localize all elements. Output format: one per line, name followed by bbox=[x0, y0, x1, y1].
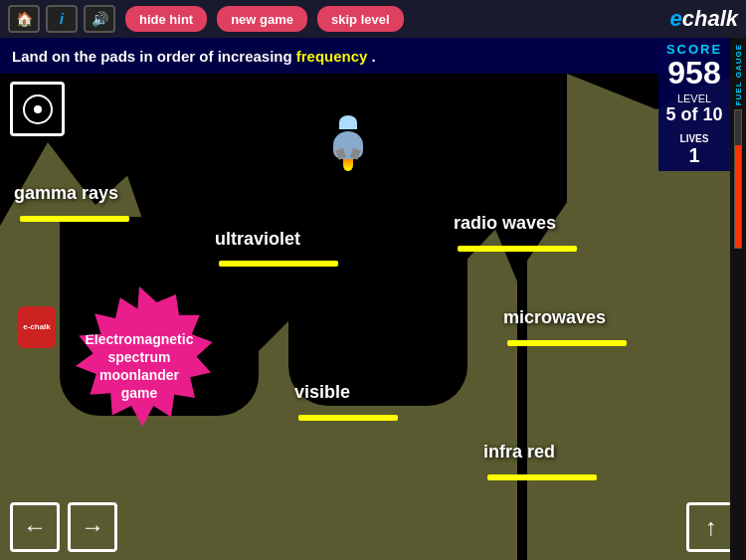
radar-icon bbox=[10, 82, 65, 136]
landing-pad-gamma-rays[interactable] bbox=[20, 216, 129, 222]
landing-pad-microwaves[interactable] bbox=[507, 340, 627, 346]
fuel-gauge-label: FUEL GAUGE bbox=[734, 44, 743, 105]
ship-flame bbox=[343, 159, 353, 171]
instruction-bar: Land on the pads in order of increasing … bbox=[0, 38, 666, 74]
new-game-button[interactable]: new game bbox=[217, 6, 307, 32]
score-value: 958 bbox=[658, 57, 730, 89]
fuel-bar bbox=[734, 109, 742, 249]
spaceship bbox=[328, 117, 368, 162]
up-arrow-icon: ↑ bbox=[705, 513, 717, 541]
ship-dome bbox=[339, 115, 357, 129]
label-gamma-rays: gamma rays bbox=[14, 183, 118, 204]
level-label: LEVEL bbox=[658, 93, 730, 104]
starburst-line2: spectrum bbox=[107, 349, 170, 365]
radar-dot bbox=[34, 105, 42, 113]
right-arrow-icon: → bbox=[81, 513, 104, 541]
landing-pad-ultraviolet[interactable] bbox=[219, 261, 338, 267]
starburst-promo: Electromagnetic spectrum moonlander game bbox=[60, 286, 219, 446]
instruction-highlight: frequency bbox=[296, 48, 368, 65]
lives-label: LIVES bbox=[658, 133, 730, 144]
fuel-gauge: FUEL GAUGE bbox=[730, 38, 746, 560]
top-bar: 🏠 i 🔊 hide hint new game skip level echa… bbox=[0, 0, 746, 38]
label-infra-red: infra red bbox=[483, 442, 555, 463]
landing-pad-visible[interactable] bbox=[298, 415, 398, 421]
starburst-line4: game bbox=[121, 385, 158, 401]
ship-leg-right bbox=[350, 148, 361, 160]
info-button[interactable]: i bbox=[46, 5, 78, 33]
ship-body bbox=[333, 131, 363, 159]
ship-leg-left bbox=[335, 148, 346, 160]
left-arrow-icon: ← bbox=[23, 513, 47, 541]
sound-button[interactable]: 🔊 bbox=[84, 5, 115, 33]
fuel-fill bbox=[735, 145, 741, 249]
game-area: Land on the pads in order of increasing … bbox=[0, 38, 746, 560]
instruction-text-after: . bbox=[371, 48, 375, 65]
label-visible: visible bbox=[294, 382, 350, 403]
level-value: 5 of 10 bbox=[658, 104, 730, 125]
skip-level-button[interactable]: skip level bbox=[317, 6, 404, 32]
label-radio-waves: radio waves bbox=[454, 213, 556, 234]
lives-value: 1 bbox=[658, 144, 730, 167]
hide-hint-button[interactable]: hide hint bbox=[125, 6, 207, 32]
starburst-shape: Electromagnetic spectrum moonlander game bbox=[60, 286, 219, 446]
instruction-text-before: Land on the pads in order of increasing bbox=[12, 48, 292, 65]
radar-inner bbox=[23, 94, 53, 124]
nav-right-button[interactable]: → bbox=[68, 502, 117, 552]
label-microwaves: microwaves bbox=[503, 307, 606, 328]
starburst-line3: moonlander bbox=[99, 367, 179, 383]
home-button[interactable]: 🏠 bbox=[8, 5, 40, 33]
starburst-text: Electromagnetic spectrum moonlander game bbox=[76, 320, 204, 413]
label-ultraviolet: ultraviolet bbox=[215, 229, 300, 250]
echalk-e: e bbox=[669, 6, 681, 31]
score-panel: SCORE 958 LEVEL 5 of 10 LIVES 1 bbox=[658, 38, 730, 171]
landing-pad-radio-waves[interactable] bbox=[458, 246, 577, 252]
echalk-bag: e-chalk bbox=[18, 306, 56, 348]
echalk-logo: echalk bbox=[669, 6, 738, 32]
starburst-line1: Electromagnetic bbox=[86, 331, 194, 347]
nav-up-button[interactable]: ↑ bbox=[686, 502, 736, 552]
nav-left-button[interactable]: ← bbox=[10, 502, 60, 552]
echalk-chalk: chalk bbox=[682, 6, 738, 31]
landing-pad-infra-red[interactable] bbox=[487, 474, 597, 480]
